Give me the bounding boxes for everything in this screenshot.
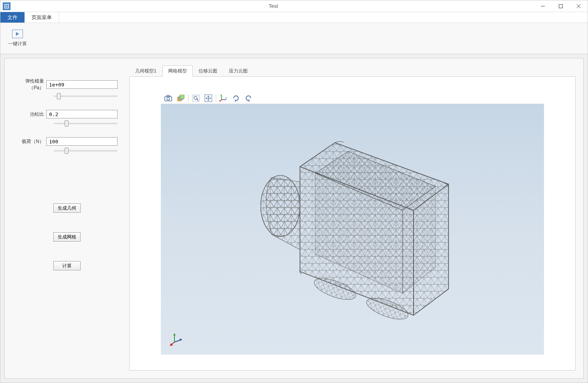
poisson-ratio-slider[interactable] [54, 123, 118, 124]
load-label: 载荷（N） [16, 138, 46, 145]
close-button[interactable] [570, 0, 588, 12]
load-slider[interactable] [54, 150, 118, 152]
viewport-panel: 几何模型1 网格模型 位移云图 应力云图 [129, 58, 583, 378]
compute-all-button[interactable]: 一键计算 [4, 27, 31, 49]
load-slider-wrap [16, 147, 118, 153]
titlebar: Test [0, 0, 588, 12]
poisson-ratio-slider-wrap [16, 120, 118, 125]
app-window: Test 文件 页面菜单 一键计算 弹性模 [0, 0, 588, 383]
poisson-ratio-input[interactable] [46, 110, 118, 118]
poisson-ratio-label: 泊松比 [16, 111, 46, 118]
minimize-button[interactable] [534, 0, 552, 12]
menu-page[interactable]: 页面菜单 [25, 12, 59, 23]
rotate-clockwise-icon[interactable] [230, 93, 242, 103]
viewport-container: yzx [129, 76, 576, 371]
maximize-button[interactable] [552, 0, 570, 12]
action-buttons: 生成几何 生成网格 计算 [16, 203, 118, 270]
elastic-modulus-slider-wrap [16, 93, 118, 98]
svg-text:x: x [219, 99, 221, 102]
svg-rect-12 [180, 95, 184, 99]
poisson-ratio-row: 泊松比 [16, 110, 118, 118]
toolbar-separator [216, 94, 216, 102]
window-controls [534, 0, 588, 12]
result-tabs: 几何模型1 网格模型 位移云图 应力云图 [129, 66, 576, 76]
window-title: Test [13, 3, 534, 9]
menubar: 文件 页面菜单 [0, 12, 588, 23]
svg-marker-28 [173, 333, 176, 335]
play-icon [12, 30, 23, 38]
svg-rect-4 [559, 4, 563, 8]
svg-line-15 [197, 99, 198, 101]
tab-mesh[interactable]: 网格模型 [162, 65, 193, 77]
compute-all-label: 一键计算 [8, 41, 27, 47]
viewport-toolbar: yzx [161, 92, 544, 104]
zoom-box-icon[interactable] [190, 93, 202, 103]
rotate-counterclockwise-icon[interactable] [243, 93, 254, 103]
tab-geometry[interactable]: 几何模型1 [129, 65, 162, 76]
svg-text:z: z [225, 97, 227, 99]
parameter-panel: 弹性模量（Pa） 泊松比 载荷（N） [5, 58, 129, 378]
ribbon: 一键计算 [0, 23, 588, 54]
pan-icon[interactable] [202, 93, 214, 103]
svg-rect-9 [167, 95, 170, 97]
app-icon [3, 2, 11, 10]
elastic-modulus-slider[interactable] [54, 95, 118, 97]
generate-mesh-button[interactable]: 生成网格 [53, 232, 81, 242]
load-input[interactable] [46, 137, 118, 146]
elastic-modulus-label: 弹性模量（Pa） [16, 78, 46, 91]
elastic-modulus-input[interactable] [46, 80, 118, 89]
generate-geometry-button[interactable]: 生成几何 [53, 203, 81, 213]
content-area: 弹性模量（Pa） 泊松比 载荷（N） [0, 54, 588, 383]
toolbar-separator [188, 94, 188, 102]
axes-icon[interactable]: yzx [218, 93, 229, 103]
tab-displacement[interactable]: 位移云图 [193, 65, 223, 76]
compute-button[interactable]: 计算 [53, 261, 81, 270]
svg-point-14 [194, 96, 197, 99]
load-row: 载荷（N） [16, 137, 118, 146]
orientation-triad-icon [169, 331, 184, 347]
content-inner: 弹性模量（Pa） 泊松比 载荷（N） [4, 58, 584, 379]
tab-stress[interactable]: 应力云图 [223, 65, 254, 76]
svg-point-8 [167, 97, 170, 100]
menu-file[interactable]: 文件 [0, 12, 25, 23]
3d-viewport[interactable] [161, 92, 544, 355]
mesh-wireframe [161, 110, 544, 355]
camera-icon[interactable] [162, 93, 174, 103]
elastic-modulus-row: 弹性模量（Pa） [16, 78, 118, 91]
copy-layers-icon[interactable] [175, 93, 187, 103]
